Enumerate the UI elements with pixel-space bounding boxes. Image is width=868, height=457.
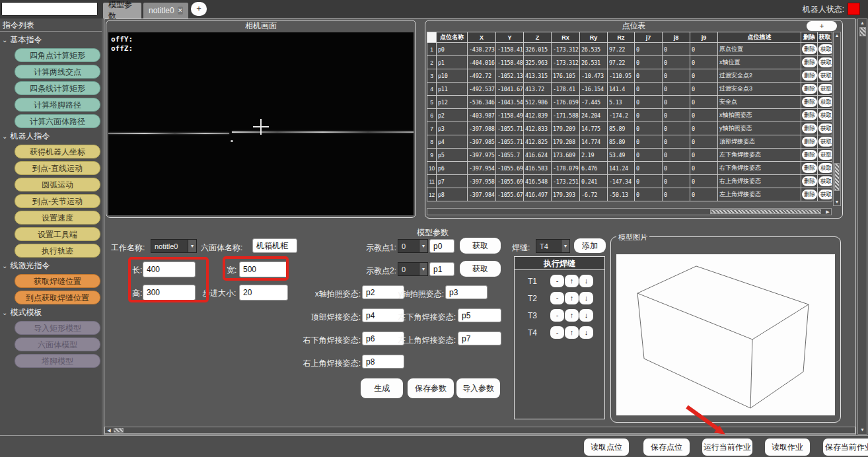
move-down-button[interactable]: ↓	[579, 275, 593, 287]
point-value-cell[interactable]: -492.537	[468, 83, 496, 96]
point-value-cell[interactable]: 85.89	[608, 135, 635, 149]
row-number-cell[interactable]: 10	[427, 162, 437, 175]
sidebar-group-label[interactable]: ⌄机器人指令	[2, 131, 102, 142]
delete-point-button[interactable]: 删除	[802, 71, 817, 81]
get-teach2-button[interactable]: 获取	[460, 261, 501, 277]
point-name-cell[interactable]: p1	[437, 56, 468, 69]
point-value-cell[interactable]: 0	[690, 122, 718, 135]
point-value-cell[interactable]: -10.473	[580, 69, 608, 83]
move-up-button[interactable]: ↑	[565, 275, 579, 287]
row-number-cell[interactable]: 8	[427, 135, 437, 149]
sidebar-command-button[interactable]: 到点-直线运动	[15, 161, 100, 175]
point-value-cell[interactable]: -404.016	[468, 56, 496, 69]
point-value-cell[interactable]: 0	[690, 175, 718, 188]
row-number-cell[interactable]: 5	[427, 96, 437, 109]
point-value-cell[interactable]: -536.346	[468, 96, 496, 109]
point-value-cell[interactable]: 0	[690, 69, 718, 83]
point-value-cell[interactable]: 0	[663, 135, 690, 149]
point-value-cell[interactable]: 0	[690, 135, 718, 149]
point-value-cell[interactable]: 0	[663, 149, 690, 162]
move-up-button[interactable]: ↑	[565, 309, 579, 322]
sidebar-command-button[interactable]: 计算塔脚路径	[15, 98, 100, 112]
point-value-cell[interactable]: 14.774	[580, 135, 608, 149]
row-number-cell[interactable]: 11	[427, 175, 437, 188]
command-search-input[interactable]	[1, 2, 98, 16]
save-params-button[interactable]: 保存参数	[408, 378, 454, 398]
point-desc-cell[interactable]: 左上角焊接姿态	[718, 188, 801, 201]
point-value-cell[interactable]: 0	[635, 96, 663, 109]
point-value-cell[interactable]: -50.13	[608, 188, 635, 201]
get-point-button[interactable]: 获取	[818, 71, 832, 81]
point-value-cell[interactable]: -178.41	[552, 83, 580, 96]
point-value-cell[interactable]: 0.241	[580, 175, 608, 188]
scrollbar-thumb[interactable]	[114, 428, 124, 433]
point-name-cell[interactable]: p5	[437, 149, 468, 162]
sidebar-command-button[interactable]: 获得机器人坐标	[15, 145, 100, 158]
point-value-cell[interactable]: 0	[663, 175, 690, 188]
point-value-cell[interactable]: 0	[690, 188, 718, 201]
delete-point-button[interactable]: 删除	[802, 57, 817, 67]
point-value-cell[interactable]: 0	[690, 83, 718, 96]
point-desc-cell[interactable]: 右上角焊接姿态	[718, 175, 801, 188]
weld-seam-select[interactable]: T4 ▾	[536, 239, 570, 253]
point-value-cell[interactable]: 0	[635, 83, 663, 96]
sidebar-command-button[interactable]: 到点获取焊缝位置	[15, 291, 100, 304]
sidebar-command-button[interactable]: 获取焊缝位置	[15, 274, 100, 288]
point-name-cell[interactable]: p6	[437, 162, 468, 175]
column-header[interactable]: j9	[690, 32, 718, 43]
point-name-cell[interactable]: p11	[437, 83, 468, 96]
point-value-cell[interactable]: 141.24	[608, 162, 635, 175]
get-point-button[interactable]: 获取	[818, 44, 832, 54]
point-value-cell[interactable]: 412.839	[524, 109, 552, 122]
window-vertical-scrollbar[interactable]: ▲ ▼	[857, 18, 867, 435]
point-value-cell[interactable]: -1052.13	[496, 69, 524, 83]
point-value-cell[interactable]: 412.825	[524, 135, 552, 149]
point-value-cell[interactable]: -397.988	[468, 122, 496, 135]
sidebar-group-label[interactable]: ⌄线激光指令	[2, 260, 102, 271]
sidebar-command-button[interactable]: 设置速度	[15, 211, 100, 225]
remove-weld-button[interactable]: -	[550, 275, 564, 287]
sidebar-command-button[interactable]: 设置工具端	[15, 227, 100, 241]
teach-point2-select[interactable]: 0 ▾	[398, 262, 428, 276]
point-value-cell[interactable]: 0	[635, 188, 663, 201]
point-value-cell[interactable]: 0	[663, 56, 690, 69]
point-name-cell[interactable]: p12	[437, 96, 468, 109]
move-up-button[interactable]: ↑	[565, 292, 579, 304]
point-value-cell[interactable]: 0	[663, 43, 690, 56]
point-value-cell[interactable]: 26.531	[580, 56, 608, 69]
sidebar-command-button[interactable]: 计算六面体路径	[15, 114, 100, 128]
scrollbar-thumb[interactable]	[710, 209, 821, 214]
point-desc-cell[interactable]: 原点位置	[718, 43, 801, 56]
point-value-cell[interactable]: 0	[635, 122, 663, 135]
point-value-cell[interactable]: 0	[635, 56, 663, 69]
point-value-cell[interactable]: 0	[635, 162, 663, 175]
delete-point-button[interactable]: 删除	[802, 137, 817, 147]
scroll-down-icon[interactable]: ▼	[834, 199, 840, 205]
sidebar-command-button[interactable]: 四条线计算矩形	[15, 81, 100, 95]
point-desc-cell[interactable]: 左下角焊接姿态	[718, 149, 801, 162]
point-value-cell[interactable]: 416.548	[524, 175, 552, 188]
point-desc-cell[interactable]: x轴拍照姿态	[718, 109, 801, 122]
point-value-cell[interactable]: -1043.54	[496, 96, 524, 109]
point-value-cell[interactable]: 413.72	[524, 83, 552, 96]
get-point-button[interactable]: 获取	[818, 137, 832, 147]
add-weld-button[interactable]: 添加	[574, 238, 606, 253]
point-value-cell[interactable]: -397.958	[468, 175, 496, 188]
scrollbar-thumb[interactable]	[859, 27, 866, 36]
point-value-cell[interactable]: -1055.67	[496, 188, 524, 201]
point-value-cell[interactable]: -173.312	[552, 43, 580, 56]
import-params-button[interactable]: 导入参数	[456, 378, 500, 398]
column-header[interactable]: X	[468, 32, 496, 43]
point-value-cell[interactable]: 97.22	[608, 43, 635, 56]
row-number-cell[interactable]: 12	[427, 188, 437, 201]
point-value-cell[interactable]: 512.986	[524, 96, 552, 109]
column-header[interactable]: Rx	[552, 32, 580, 43]
remove-weld-button[interactable]: -	[550, 309, 564, 322]
hex-name-input[interactable]	[252, 238, 297, 253]
point-value-cell[interactable]: -1158.48	[496, 56, 524, 69]
point-value-cell[interactable]: 14.775	[580, 122, 608, 135]
column-header[interactable]: Y	[496, 32, 524, 43]
point-value-cell[interactable]: 0	[635, 149, 663, 162]
point-value-cell[interactable]: 412.833	[524, 122, 552, 135]
right-top-weld-pose-input[interactable]	[362, 355, 404, 369]
